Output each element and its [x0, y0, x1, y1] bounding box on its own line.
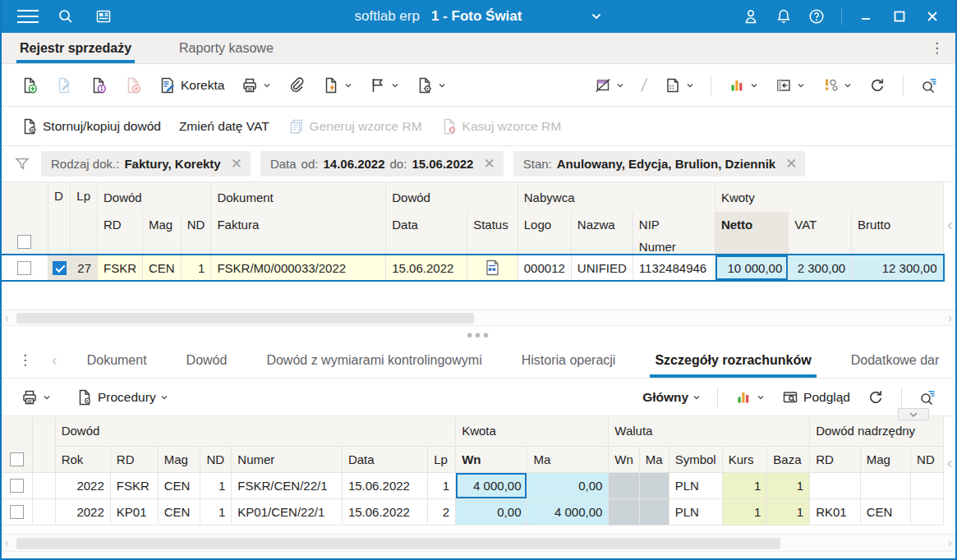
refresh-button[interactable] [863, 72, 892, 99]
scroll-right-icon[interactable]: › [948, 535, 952, 551]
detail-group-nadrzedny[interactable]: Dowód nadrzędny [810, 416, 944, 446]
tab-dowod[interactable]: Dowód [182, 342, 232, 378]
tab-dodatkowe-dane[interactable]: Dodatkowe dar [846, 342, 945, 378]
row-d-checkbox[interactable] [53, 261, 67, 275]
detail-header-rd[interactable]: RD [110, 446, 158, 472]
scroll-left-icon[interactable]: ‹ [5, 535, 9, 551]
tab-overflow-menu[interactable]: ⋮ [918, 39, 955, 57]
document-info-button[interactable] [84, 72, 113, 99]
notes-toggle-button[interactable] [588, 72, 630, 99]
company-selector[interactable]: 1 - Foto Świat [431, 8, 522, 25]
new-document-button[interactable] [15, 72, 44, 99]
global-search-button[interactable] [51, 3, 81, 30]
close-button[interactable] [918, 3, 947, 30]
main-grid-hscrollbar[interactable]: ‹ › [2, 310, 955, 326]
print-button[interactable] [235, 72, 277, 99]
attachments-button[interactable] [282, 72, 311, 99]
maximize-button[interactable] [885, 3, 914, 30]
row-select-checkbox[interactable] [10, 505, 24, 519]
detail-tabs-menu[interactable]: ⋮ [8, 351, 42, 369]
panel-splitter-handle[interactable]: ●●● [2, 326, 955, 342]
delete-document-button[interactable] [118, 72, 148, 99]
stornuj-kopiuj-button[interactable]: Stornuj/kopiuj dowód [15, 113, 167, 140]
tab-szczegoly-rozrachunkow[interactable]: Szczegóły rozrachunków [650, 342, 816, 378]
procedury-button[interactable]: Procedury [70, 384, 174, 411]
detail-group-waluta[interactable]: Waluta [609, 416, 810, 446]
detail-advanced-search-button[interactable] [913, 384, 942, 411]
column-header-rd[interactable]: RD [98, 212, 143, 255]
scroll-left-icon[interactable]: ‹ [5, 310, 9, 325]
cell-wn[interactable]: 4 000,00 [456, 472, 527, 498]
company-chevron-down-icon[interactable] [591, 12, 602, 21]
view-selector-button[interactable]: Główny [637, 386, 706, 409]
tab-rejestr-sprzedazy[interactable]: Rejestr sprzedaży [16, 33, 135, 63]
tab-dokument[interactable]: Dokument [82, 342, 152, 378]
column-header-brutto[interactable]: Brutto [852, 212, 944, 255]
minimize-button[interactable] [852, 3, 881, 30]
column-header-lp[interactable]: Lp [71, 182, 98, 255]
detail-header-nd[interactable]: ND [200, 446, 232, 472]
collapse-panel-button[interactable] [898, 408, 929, 420]
column-header-nd[interactable]: ND [181, 212, 211, 255]
detail-select-all-checkbox[interactable] [10, 452, 24, 466]
detail-header-waluta-wn[interactable]: Wn [609, 446, 640, 472]
detail-header-rok[interactable]: Rok [55, 446, 110, 472]
detail-header-waluta-ma[interactable]: Ma [639, 446, 669, 472]
table-row[interactable]: 27 FSKR CEN 1 FSKR/M0/000033/2022 15.06.… [2, 255, 944, 281]
column-header-nazwa[interactable]: Nazwa [571, 212, 633, 255]
kasuj-wzorce-rm-button[interactable]: Kasuj wzorce RM [435, 113, 568, 140]
remove-filter-icon[interactable]: ✕ [231, 157, 242, 171]
column-header-vat[interactable]: VAT [789, 212, 852, 255]
scrollbar-thumb[interactable] [16, 313, 474, 324]
user-button[interactable] [736, 3, 766, 30]
column-header-status[interactable]: Status [467, 212, 518, 255]
detail-group-dowod[interactable]: Dowód [55, 416, 455, 446]
column-group-nabywca[interactable]: Nabywca [518, 182, 715, 212]
row-select-checkbox[interactable] [10, 479, 24, 493]
column-header-faktura[interactable]: Faktura [211, 212, 386, 255]
generuj-wzorce-rm-button[interactable]: Generuj wzorce RM [282, 113, 428, 140]
select-all-checkbox[interactable] [17, 235, 31, 249]
edit-document-button[interactable] [49, 72, 79, 99]
detail-refresh-button[interactable] [861, 384, 890, 411]
table-row[interactable]: 2022 KP01 CEN 1 KP01/CEN/22/1 15.06.2022… [2, 498, 944, 525]
tabs-scroll-left-icon[interactable]: ‹ [42, 351, 67, 370]
podglad-button[interactable]: Podgląd [775, 384, 856, 411]
help-button[interactable] [802, 3, 831, 30]
tab-dowod-z-wymiarami[interactable]: Dowód z wymiarami kontrolingowymi [261, 342, 486, 378]
filter-chip-data[interactable]: Data od: 14.06.2022 do: 15.06.2022 ✕ [260, 151, 504, 177]
detail-header-nadrzedny-nd[interactable]: ND [911, 446, 944, 472]
detail-header-ma[interactable]: Ma [527, 446, 609, 472]
tab-raporty-kasowe[interactable]: Raporty kasowe [176, 33, 277, 63]
detail-header-lp[interactable]: Lp [428, 446, 456, 472]
column-header-logo[interactable]: Logo [518, 212, 571, 255]
detail-group-kwota[interactable]: Kwota [456, 416, 609, 446]
detail-header-wn[interactable]: Wn [456, 446, 527, 472]
scrollbar-thumb[interactable] [16, 538, 780, 549]
column-header-netto[interactable]: Netto [715, 212, 788, 255]
detail-header-nadrzedny-mag[interactable]: Mag [860, 446, 910, 472]
main-menu-button[interactable] [13, 3, 43, 30]
row-select-checkbox[interactable] [17, 261, 31, 275]
filter-chip-stan[interactable]: Stan: Anulowany, Edycja, Brulion, Dzienn… [513, 151, 806, 177]
advanced-search-button[interactable] [914, 72, 944, 99]
column-header-d[interactable]: D [48, 182, 70, 255]
detail-header-kurs[interactable]: Kurs [722, 446, 767, 472]
scroll-right-icon[interactable]: › [948, 310, 952, 325]
detail-header-symbol[interactable]: Symbol [669, 446, 722, 472]
flag-button[interactable] [363, 72, 405, 99]
column-header-nip-numer[interactable]: NIP Numer [633, 212, 715, 255]
detail-header-baza[interactable]: Baza [767, 446, 810, 472]
detail-print-button[interactable] [15, 384, 57, 411]
validation-settings-button[interactable] [816, 72, 858, 99]
column-group-dowod[interactable]: Dowód [98, 182, 211, 212]
news-button[interactable] [89, 3, 118, 30]
notifications-button[interactable] [769, 3, 798, 30]
column-group-kwoty[interactable]: Kwoty [715, 182, 943, 212]
calculator-document-button[interactable] [658, 72, 700, 99]
detail-header-numer[interactable]: Numer [232, 446, 343, 472]
table-row[interactable]: 2022 FSKR CEN 1 FSKR/CEN/22/1 15.06.2022… [2, 472, 944, 498]
column-header-mag[interactable]: Mag [143, 212, 182, 255]
cell-netto[interactable]: 10 000,00 [715, 255, 788, 281]
remove-filter-icon[interactable]: ✕ [785, 157, 797, 171]
